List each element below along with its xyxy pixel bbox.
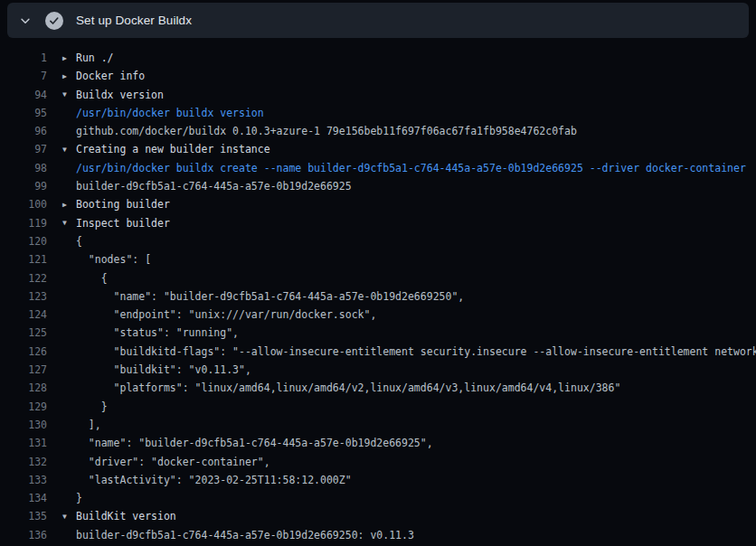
line-number[interactable]: 133 [0, 471, 47, 489]
line-number[interactable]: 134 [0, 489, 47, 507]
group-label: BuildKit version [76, 507, 756, 525]
output-text: github.com/docker/buildx 0.10.3+azure-1 … [76, 122, 756, 140]
command-text: /usr/bin/docker buildx version [76, 104, 756, 122]
output-text: builder-d9cfb5a1-c764-445a-a57e-0b19d2e6… [76, 177, 756, 195]
output-text: ], [76, 416, 756, 434]
output-text: { [76, 232, 756, 250]
log-line-row: 96github.com/docker/buildx 0.10.3+azure-… [0, 122, 756, 140]
log-line-row: 126 "buildkitd-flags": "--allow-insecure… [0, 343, 756, 361]
log-line-row: 124 "endpoint": "unix:///var/run/docker.… [0, 306, 756, 324]
line-number[interactable]: 126 [0, 343, 47, 361]
log-line-row: 95/usr/bin/docker buildx version [0, 104, 756, 122]
chevron-down-icon[interactable] [18, 14, 33, 28]
log-line-row: 122 { [0, 269, 756, 287]
log-group-row[interactable]: 1▶Run ./ [0, 49, 756, 67]
line-number[interactable]: 135 [0, 507, 47, 525]
log-line-row: 98/usr/bin/docker buildx create --name b… [0, 159, 756, 177]
line-number[interactable]: 124 [0, 306, 47, 324]
line-number[interactable]: 95 [0, 104, 47, 122]
group-label: Run ./ [76, 49, 756, 67]
log-group-row[interactable]: 97▼Creating a new builder instance [0, 140, 756, 158]
output-text: } [76, 489, 756, 507]
line-number[interactable]: 122 [0, 269, 47, 287]
line-number[interactable]: 99 [0, 177, 47, 195]
log-line-row: 130 ], [0, 416, 756, 434]
line-number[interactable]: 7 [0, 67, 47, 85]
line-number[interactable]: 130 [0, 416, 47, 434]
step-title: Set up Docker Buildx [76, 14, 192, 27]
triangle-down-icon[interactable]: ▼ [62, 86, 76, 104]
output-text: "name": "builder-d9cfb5a1-c764-445a-a57e… [76, 434, 756, 452]
line-number[interactable]: 98 [0, 159, 47, 177]
log-group-row[interactable]: 135▼BuildKit version [0, 507, 756, 525]
output-text: "nodes": [ [76, 250, 756, 268]
check-circle-icon [45, 12, 63, 30]
line-number[interactable]: 132 [0, 453, 47, 471]
log-line-row: 131 "name": "builder-d9cfb5a1-c764-445a-… [0, 434, 756, 452]
line-number[interactable]: 119 [0, 214, 47, 232]
triangle-right-icon[interactable]: ▶ [62, 195, 76, 213]
group-label: Docker info [76, 67, 756, 85]
group-label: Buildx version [76, 86, 756, 104]
line-number[interactable]: 100 [0, 195, 47, 213]
log-group-row[interactable]: 94▼Buildx version [0, 86, 756, 104]
log-line-row: 128 "platforms": "linux/amd64,linux/amd6… [0, 379, 756, 397]
line-number[interactable]: 125 [0, 324, 47, 342]
group-label: Creating a new builder instance [76, 140, 756, 158]
log-line-row: 134} [0, 489, 756, 507]
triangle-right-icon[interactable]: ▶ [62, 49, 76, 67]
line-number[interactable]: 94 [0, 86, 47, 104]
log-line-row: 136builder-d9cfb5a1-c764-445a-a57e-0b19d… [0, 526, 756, 544]
output-text: "buildkitd-flags": "--allow-insecure-ent… [76, 343, 756, 361]
line-number[interactable]: 97 [0, 140, 47, 158]
line-number[interactable]: 129 [0, 398, 47, 416]
output-text: "driver": "docker-container", [76, 453, 756, 471]
output-text: } [76, 398, 756, 416]
line-number[interactable]: 1 [0, 49, 47, 67]
log-line-row: 120{ [0, 232, 756, 250]
output-text: "buildkit": "v0.11.3", [76, 361, 756, 379]
line-number[interactable]: 136 [0, 526, 47, 544]
step-header[interactable]: Set up Docker Buildx [7, 3, 749, 38]
command-text: /usr/bin/docker buildx create --name bui… [76, 159, 756, 177]
line-number[interactable]: 123 [0, 287, 47, 306]
output-text: "status": "running", [76, 324, 756, 342]
log-line-row: 132 "driver": "docker-container", [0, 453, 756, 471]
triangle-down-icon[interactable]: ▼ [62, 214, 76, 232]
log-group-row[interactable]: 119▼Inspect builder [0, 214, 756, 232]
output-text: "platforms": "linux/amd64,linux/amd64/v2… [76, 379, 756, 397]
log-line-row: 127 "buildkit": "v0.11.3", [0, 361, 756, 379]
log-line-row: 129 } [0, 398, 756, 416]
log-group-row[interactable]: 100▶Booting builder [0, 195, 756, 213]
output-text: "lastActivity": "2023-02-25T11:58:12.000… [76, 471, 756, 489]
log-line-row: 121 "nodes": [ [0, 250, 756, 268]
output-text: "name": "builder-d9cfb5a1-c764-445a-a57e… [76, 287, 756, 306]
log-line-row: 125 "status": "running", [0, 324, 756, 342]
log-line-row: 123 "name": "builder-d9cfb5a1-c764-445a-… [0, 287, 756, 306]
triangle-right-icon[interactable]: ▶ [62, 67, 76, 85]
group-label: Inspect builder [76, 214, 756, 232]
line-number[interactable]: 128 [0, 379, 47, 397]
log-lines: 1▶Run ./7▶Docker info94▼Buildx version95… [0, 38, 756, 544]
triangle-down-icon[interactable]: ▼ [62, 140, 76, 158]
log-group-row[interactable]: 7▶Docker info [0, 67, 756, 85]
log-line-row: 133 "lastActivity": "2023-02-25T11:58:12… [0, 471, 756, 489]
triangle-down-icon[interactable]: ▼ [62, 507, 76, 525]
output-text: { [76, 269, 756, 287]
output-text: "endpoint": "unix:///var/run/docker.sock… [76, 306, 756, 324]
line-number[interactable]: 120 [0, 232, 47, 250]
line-number[interactable]: 127 [0, 361, 47, 379]
line-number[interactable]: 121 [0, 250, 47, 268]
line-number[interactable]: 96 [0, 122, 47, 140]
log-line-row: 99builder-d9cfb5a1-c764-445a-a57e-0b19d2… [0, 177, 756, 195]
line-number[interactable]: 131 [0, 434, 47, 452]
output-text: builder-d9cfb5a1-c764-445a-a57e-0b19d2e6… [76, 526, 756, 544]
group-label: Booting builder [76, 195, 756, 213]
